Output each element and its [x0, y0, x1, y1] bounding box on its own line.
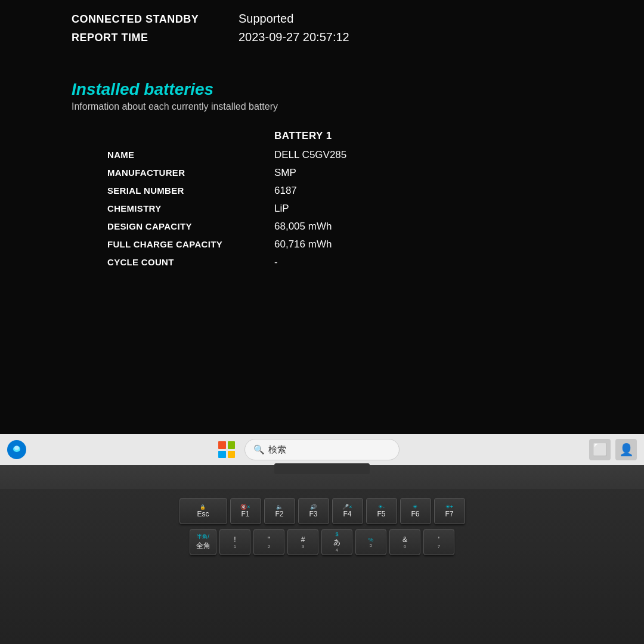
connected-standby-value: Supported	[239, 12, 293, 26]
battery-row: NAME DELL C5GV285	[72, 149, 596, 161]
battery-row: DESIGN CAPACITY 68,005 mWh	[72, 221, 596, 233]
battery-row-label-3: CHEMISTRY	[72, 203, 274, 213]
connected-standby-row: CONNECTED STANDBY Supported	[72, 12, 596, 26]
battery-row-value-5: 60,716 mWh	[274, 239, 332, 250]
battery-row-value-6: -	[274, 256, 278, 268]
batteries-section-subtitle: Information about each currently install…	[72, 101, 596, 112]
keyboard-area: 🔒 Esc 🔇× F1 🔈 F2 🔊 F3	[0, 489, 644, 644]
battery-row: CHEMISTRY LiP	[72, 203, 596, 215]
report-time-label: REPORT TIME	[72, 32, 239, 44]
search-bar[interactable]: 🔍 検索	[244, 439, 400, 460]
battery-row-label-1: MANUFACTURER	[72, 168, 274, 178]
edge-icon[interactable]	[7, 440, 26, 459]
search-icon: 🔍	[253, 444, 265, 455]
keyboard-row-numbers: 半角/ 全角 ! 1 " 2 # 3	[0, 529, 644, 555]
svg-point-2	[14, 446, 19, 450]
battery-row-label-5: FULL CHARGE CAPACITY	[72, 239, 274, 249]
screen: CONNECTED STANDBY Supported REPORT TIME …	[0, 0, 644, 465]
search-placeholder-text: 検索	[268, 444, 286, 456]
key-3[interactable]: # 3	[287, 529, 318, 555]
connected-standby-label: CONNECTED STANDBY	[72, 13, 239, 26]
key-f4[interactable]: 🎤× F4	[332, 498, 363, 524]
key-6[interactable]: & 6	[389, 529, 420, 555]
battery-rows-container: NAME DELL C5GV285 MANUFACTURER SMP SERIA…	[72, 149, 596, 268]
windows-start-button[interactable]	[216, 439, 237, 460]
battery-row: CYCLE COUNT -	[72, 256, 596, 268]
battery-row-label-2: SERIAL NUMBER	[72, 185, 274, 196]
key-f5[interactable]: ☀- F5	[366, 498, 397, 524]
key-f7[interactable]: ☀+ F7	[434, 498, 465, 524]
battery-row-value-0: DELL C5GV285	[274, 149, 346, 161]
key-2[interactable]: " 2	[253, 529, 284, 555]
taskbar-icon-2[interactable]: 👤	[615, 439, 637, 460]
report-time-value: 2023-09-27 20:57:12	[239, 30, 349, 44]
key-1[interactable]: ! 1	[219, 529, 250, 555]
battery-row-value-1: SMP	[274, 167, 296, 179]
key-f3[interactable]: 🔊 F3	[298, 498, 329, 524]
report-time-row: REPORT TIME 2023-09-27 20:57:12	[72, 30, 596, 44]
taskbar: 🔍 検索 ⬜ 👤	[0, 434, 644, 465]
keyboard-row-fkeys: 🔒 Esc 🔇× F1 🔈 F2 🔊 F3	[0, 498, 644, 524]
battery-row: FULL CHARGE CAPACITY 60,716 mWh	[72, 239, 596, 250]
battery-table: BATTERY 1 NAME DELL C5GV285 MANUFACTURER…	[72, 130, 596, 268]
key-f6[interactable]: ☀ F6	[400, 498, 431, 524]
batteries-section-title: Installed batteries	[72, 80, 596, 99]
battery-row-value-4: 68,005 mWh	[274, 221, 332, 233]
batteries-section-heading: Installed batteries Information about ea…	[72, 80, 596, 112]
key-5[interactable]: % 5	[355, 529, 386, 555]
battery-row-label-6: CYCLE COUNT	[72, 257, 274, 267]
taskbar-icon-1[interactable]: ⬜	[589, 439, 611, 460]
key-hankaku[interactable]: 半角/ 全角	[190, 529, 216, 555]
battery-row-label-4: DESIGN CAPACITY	[72, 221, 274, 231]
laptop-body: 🔒 Esc 🔇× F1 🔈 F2 🔊 F3	[0, 465, 644, 644]
battery-row-value-3: LiP	[274, 203, 289, 215]
key-esc[interactable]: 🔒 Esc	[179, 498, 227, 524]
key-f1[interactable]: 🔇× F1	[230, 498, 261, 524]
trackpad[interactable]	[274, 463, 370, 474]
battery-header-row: BATTERY 1	[72, 130, 596, 142]
battery-row: MANUFACTURER SMP	[72, 167, 596, 179]
taskbar-right-icons: ⬜ 👤	[589, 439, 637, 460]
battery-row-label-0: NAME	[72, 150, 274, 160]
battery-row: SERIAL NUMBER 6187	[72, 185, 596, 197]
key-7[interactable]: ' 7	[423, 529, 454, 555]
key-f2[interactable]: 🔈 F2	[264, 498, 295, 524]
key-4[interactable]: $ あ 4	[321, 529, 352, 555]
battery-col-header: BATTERY 1	[274, 130, 332, 142]
battery-row-value-2: 6187	[274, 185, 297, 197]
